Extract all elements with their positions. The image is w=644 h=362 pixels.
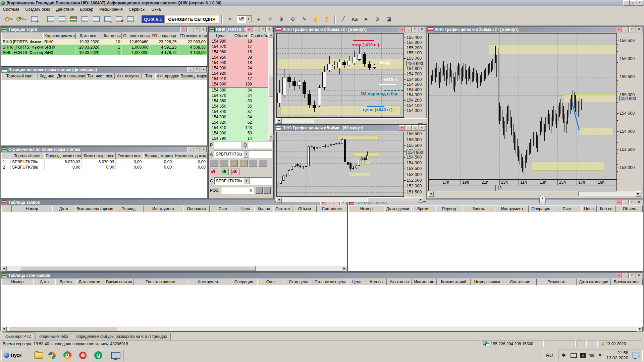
horizontal-scrollbar[interactable]: ◀▶	[1, 266, 347, 271]
horizontal-scrollbar[interactable]: ◀▶	[276, 197, 423, 202]
hide-drawings-icon[interactable]: ⊘	[372, 14, 383, 24]
app-close-button[interactable]: ×	[637, 0, 643, 6]
bid-row[interactable]: 154 83034	[209, 114, 268, 120]
chart-icon[interactable]	[45, 14, 56, 24]
move-tool-icon[interactable]: ✛	[265, 14, 275, 24]
timeframe-combo[interactable]: M5▾	[237, 15, 252, 23]
explorer-icon[interactable]	[33, 350, 44, 361]
table-row[interactable]	[1, 212, 347, 213]
bid-row[interactable]: 154 85035	[209, 104, 268, 109]
line-tool-icon[interactable]: ╱	[338, 14, 348, 24]
table-row[interactable]	[348, 212, 643, 213]
key-icon[interactable]	[2, 14, 12, 24]
position-field[interactable]: 0	[221, 187, 254, 194]
limits-window-titlebar[interactable]: Ограничения по клиентским счетам_□×	[1, 146, 208, 153]
maximize-button[interactable]: □	[194, 67, 200, 72]
ask-row[interactable]: 154 93024	[209, 65, 268, 71]
account-a-combo[interactable]: SPBFUTK78iu▾	[214, 150, 272, 158]
maximize-button[interactable]: □	[260, 27, 266, 32]
link-button[interactable]: ∞	[616, 200, 622, 205]
scroll-left-button[interactable]: ◀	[428, 191, 434, 197]
close-button[interactable]: ×	[419, 27, 425, 32]
pointer-hand-icon[interactable]: ☝	[310, 14, 321, 24]
table-row[interactable]: SRH0 [FORTS: ФьючеSRH020.03.202011,00000…	[1, 45, 207, 50]
order-book-window-titlebar[interactable]: RIH0 [FORTS: Фь∞_□×	[209, 26, 273, 33]
scroll-track[interactable]	[282, 197, 418, 202]
maximize-button[interactable]: □	[412, 125, 418, 131]
account-c-combo[interactable]: SPBFUTK78iu▾	[214, 177, 272, 185]
pencil-tool-icon[interactable]: ✎	[299, 14, 310, 24]
ask-row[interactable]: 154 96016	[209, 49, 268, 55]
zoom-out-icon[interactable]: ⊖	[287, 14, 298, 24]
bid-row[interactable]: 154 810123	[209, 125, 268, 130]
opera-icon[interactable]	[77, 350, 89, 361]
cancel-buys-button[interactable]: B	[221, 169, 229, 175]
arrow-tool-icon[interactable]: ➤	[361, 14, 371, 24]
menu-item-Система[interactable]: Система	[0, 6, 22, 12]
chevron-down-icon[interactable]: ▾	[243, 151, 249, 158]
search-icon[interactable]	[102, 14, 113, 24]
minimize-button[interactable]: _	[253, 27, 259, 32]
minimize-button[interactable]: _	[187, 67, 193, 72]
menu-item-Окна[interactable]: Окна	[149, 6, 164, 12]
link-button[interactable]: ∞	[246, 27, 252, 32]
table-icon[interactable]	[79, 14, 90, 24]
minimize-button[interactable]: _	[623, 273, 629, 278]
media-player-icon[interactable]: ▶	[46, 350, 58, 361]
scroll-track[interactable]	[282, 118, 418, 123]
quantity-input[interactable]	[248, 142, 272, 148]
menu-item-Сервисы[interactable]: Сервисы	[126, 6, 149, 12]
ask-row[interactable]: 154 900199	[209, 81, 268, 87]
close-button[interactable]: ×	[636, 27, 642, 32]
deal-table-icon[interactable]	[91, 14, 102, 24]
scroll-track[interactable]	[7, 266, 342, 271]
quik-version-badge[interactable]: QUIK 8.1	[142, 15, 164, 23]
dom-tool-button[interactable]: ☝	[229, 160, 238, 167]
chart60-window-titlebar[interactable]: RIH0 График цены и объёма - [60 минут]∞_…	[275, 125, 426, 131]
dom-tool-button[interactable]	[210, 160, 218, 167]
maximize-button[interactable]: □	[629, 27, 635, 32]
positions-window-titlebar[interactable]: Позиции по клиентским счетам (фьючерсы)_…	[1, 67, 208, 73]
link-button[interactable]: ∞	[399, 125, 405, 131]
app-maximize-button[interactable]: □	[630, 0, 636, 6]
menu-item-Брокер[interactable]: Брокер	[77, 6, 96, 12]
maximize-button[interactable]: □	[412, 27, 418, 32]
scroll-right-button[interactable]: ▶	[342, 266, 347, 272]
pan-hand-icon[interactable]: ✋	[322, 14, 332, 24]
scroll-thumb[interactable]	[434, 191, 579, 196]
key-delete-icon[interactable]	[13, 14, 24, 24]
close-button[interactable]: ×	[419, 125, 425, 131]
scroll-up-button[interactable]: ▲	[268, 33, 274, 38]
app-titlebar[interactable]: [Кирпичников Геннадий Валерьевич UID: 16…	[0, 0, 644, 6]
dom-tool-button[interactable]	[220, 160, 228, 167]
minimize-button[interactable]: _	[187, 27, 193, 32]
flag-icon[interactable]: ⚑	[598, 353, 602, 358]
table-row[interactable]: SiH0 [FORTS: ФьючерSiH019.03.202011,0000…	[1, 50, 207, 55]
nvidia-icon[interactable]: ◉	[580, 353, 586, 358]
price-input[interactable]	[214, 142, 241, 148]
close-button[interactable]: ×	[201, 27, 207, 32]
new-chart-icon[interactable]: ⌗	[225, 14, 235, 24]
bid-row[interactable]: 154 86033	[209, 98, 268, 104]
horizontal-scrollbar[interactable]: ◀▶	[276, 118, 423, 123]
minimize-button[interactable]: _	[623, 200, 629, 205]
position-button[interactable]	[256, 187, 263, 194]
chevron-down-icon[interactable]: ▾	[246, 16, 252, 22]
maximize-button[interactable]: □	[194, 27, 200, 32]
small-table-icon[interactable]	[125, 14, 136, 24]
table-row[interactable]: RIH0 [FORTS: ФьючерRIH019.03.20201012,69…	[1, 39, 207, 45]
dom-tool-button[interactable]	[249, 160, 257, 167]
show-desktop-icon[interactable]	[632, 353, 639, 358]
bid-row[interactable]: 154 87024	[209, 93, 268, 98]
scroll-right-button[interactable]: ▶	[637, 326, 643, 332]
table-row[interactable]: 2SPBFUTK78iu0,000,000,000,000,00	[1, 165, 207, 170]
cancel-sells-button[interactable]: S	[231, 169, 239, 175]
minimize-button[interactable]: _	[406, 27, 412, 32]
chart2-window-titlebar[interactable]: RIH0 График цены и объёма #2 - [5 минут]…	[275, 26, 426, 33]
language-indicator[interactable]: RU	[546, 353, 553, 358]
horizontal-scrollbar[interactable]: ◀▶	[428, 191, 641, 196]
ask-row[interactable]: 154 98018	[209, 39, 268, 44]
tab-определяем фигуры разворота на К и Л трендах[interactable]: определяем фигуры разворота на К и Л тре…	[73, 333, 171, 340]
stop-orders-table-window-titlebar[interactable]: Таблица стоп-заявок∞_□×	[1, 273, 643, 279]
update-today-button[interactable]: ОБНОВИТЕ СЕГОДНЯ	[164, 15, 219, 23]
